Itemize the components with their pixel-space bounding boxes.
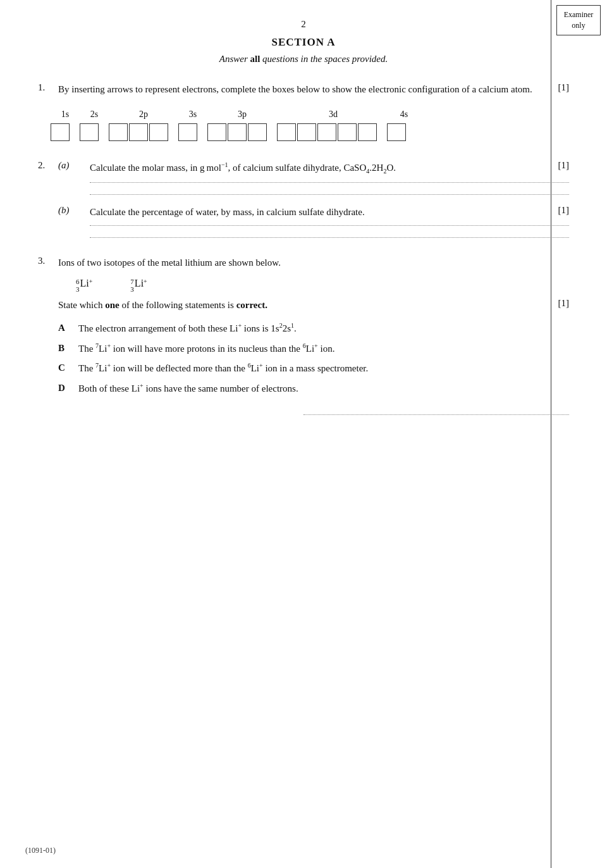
q1-line: 1. By inserting arrows to represent elec… [38,82,569,97]
isotope2-atomic: 3 [130,285,134,293]
q2b-mark: [1] [544,205,569,216]
q2b-dotted-1[interactable] [90,225,569,226]
q3-correct-bold: correct. [236,300,267,310]
q2b-dotted-2[interactable] [90,237,569,238]
question-1: 1. By inserting arrows to represent elec… [38,82,569,141]
li-charge-c: + [107,362,111,369]
q2a-sup1: −1 [221,161,228,168]
q2-number: 2. [38,160,58,171]
page-number: 2 [38,19,569,30]
orbital-box-2p-3[interactable] [149,123,168,141]
orbital-3s-group [178,123,199,141]
orbital-box-2s-1[interactable] [80,123,99,141]
orbital-label-3s: 3s [178,109,207,120]
question-3: 3. Ions of two isotopes of the metal lit… [38,256,569,415]
subtitle-bold: all [250,54,260,64]
subtitle-pre: Answer [219,54,250,64]
isotope-1: 6 3 Li+ [76,278,92,293]
orbital-2p-group [109,123,169,141]
li-charge-a: + [238,322,242,329]
orbital-box-3d-4[interactable] [338,123,357,141]
q2-number-line: 2. (a) Calculate the molar mass, in g mo… [38,160,569,176]
subtitle-post: questions in the spaces provided. [260,54,388,64]
mcq-option-d: D Both of these Li+ ions have the same n… [58,381,569,396]
q1-number: 1. [38,82,58,93]
mcq-option-a: A The electron arrangement of both these… [58,321,569,336]
isotope1-mass: 6 [76,278,80,285]
mcq-text-c: The 7Li+ ion will be deflected more than… [78,361,569,376]
orbital-box-3d-3[interactable] [317,123,336,141]
q3-text: Ions of two isotopes of the metal lithiu… [58,256,569,270]
orbital-4s-group [387,123,407,141]
examiner-only-box: Examineronly [556,5,601,35]
q3-number: 3. [38,256,58,266]
orbital-label-3d: 3d [277,109,389,120]
q1-text: By inserting arrows to represent electro… [58,82,544,97]
orbital-box-3d-1[interactable] [277,123,296,141]
orbital-box-2p-1[interactable] [109,123,128,141]
mcq-text-d: Both of these Li+ ions have the same num… [78,381,569,396]
sup-2-a: 2 [279,322,283,329]
mcq-letter-b: B [58,341,78,356]
orbital-box-3p-3[interactable] [248,123,267,141]
orbital-box-3s-1[interactable] [178,123,197,141]
li-charge-b: + [107,342,111,349]
mcq-text-b: The 7Li+ ion will have more protons in i… [78,341,569,356]
q2a-sub2: 2 [383,168,386,175]
q2a-label: (a) [58,160,90,171]
q3-dotted-bottom[interactable] [304,414,569,415]
mcq-options: A The electron arrangement of both these… [58,321,569,395]
isotope-2: 7 3 Li+ [130,278,147,293]
orbital-label-2p: 2p [109,109,178,120]
sup-6-b: 6 [303,342,306,349]
sup-6-c: 6 [248,362,251,369]
isotope1-charge: + [89,278,93,285]
q2b-answer-lines [90,225,569,238]
orbital-box-2p-2[interactable] [129,123,148,141]
q3-instruction-line: State which one of the following stateme… [38,298,569,313]
orbital-section: 1s 2s 2p 3s 3p 3d 4s [38,109,569,141]
orbital-label-3p: 3p [207,109,277,120]
q2a-dotted-2[interactable] [90,194,569,195]
isotope2-symbol: Li [135,278,144,289]
isotope1-symbol: Li [80,278,89,289]
examiner-only-text: Examineronly [564,10,594,30]
section-title: SECTION A [38,36,569,49]
q2a-sub4: 4 [366,168,369,175]
orbital-boxes-row [38,123,569,141]
mcq-letter-c: C [58,361,78,375]
orbital-box-4s-1[interactable] [387,123,406,141]
q2a-dotted-1[interactable] [90,182,569,183]
q2a-text: Calculate the molar mass, in g mol−1, of… [90,160,544,176]
orbital-1s-group [51,123,71,141]
isotope2-scripts: 7 3 [130,278,134,293]
orbital-3p-group [207,123,268,141]
q2a-mark: [1] [544,160,569,171]
isotope1-scripts: 6 3 [76,278,80,293]
orbital-box-3d-2[interactable] [297,123,316,141]
q1-mark: [1] [544,82,569,93]
question-2: 2. (a) Calculate the molar mass, in g mo… [38,160,569,239]
q3-bottom-dots [38,414,569,415]
q2b-line: (b) Calculate the percentage of water, b… [38,205,569,220]
footer-code: (1091-01) [25,846,56,855]
q2a-answer-lines [90,182,569,195]
orbital-box-3p-1[interactable] [207,123,226,141]
examiner-divider [551,0,551,868]
li-charge2-c: + [259,362,263,369]
sup-7-c: 7 [95,362,99,369]
orbital-label-2s: 2s [80,109,109,120]
orbital-3d-group [277,123,378,141]
orbital-box-1s-1[interactable] [51,123,70,141]
isotope2-mass: 7 [130,278,134,285]
orbital-box-3p-2[interactable] [228,123,247,141]
q3-instruction: State which one of the following stateme… [58,298,544,313]
sup-1-a: 1 [291,322,294,329]
orbital-label-1s: 1s [51,109,80,120]
li-charge-d: + [140,382,144,389]
isotope-display: 6 3 Li+ 7 3 Li+ [76,278,569,293]
mcq-option-b: B The 7Li+ ion will have more protons in… [58,341,569,356]
isotope2-charge: + [144,278,147,285]
isotope1-atomic: 3 [76,285,80,293]
orbital-box-3d-5[interactable] [358,123,377,141]
